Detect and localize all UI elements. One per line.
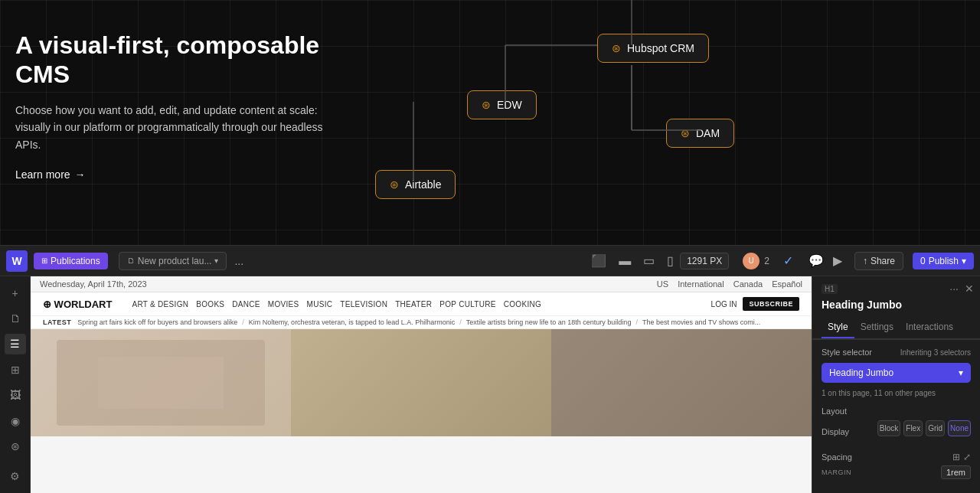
- ticker-items: Spring art fairs kick off for buyers and…: [77, 318, 799, 326]
- layout-section: Layout Display Block Flex Grid None: [822, 406, 971, 442]
- integration-diagram: ⊛ Hubspot CRM ⊛ EDW ⊛ DAM ⊛ Airtable: [337, 0, 980, 245]
- ticker-item-1: Spring art fairs kick off for buyers and…: [77, 318, 237, 326]
- spacing-chain-icon[interactable]: ⊞: [952, 452, 960, 462]
- spacing-row: Spacing ⊞ ⤢: [822, 452, 971, 462]
- nav-pop-culture[interactable]: POP CULTURE: [439, 300, 496, 309]
- featured-image-2: [291, 329, 551, 436]
- panel-header: H1 Heading Jumbo ··· ✕ Style Settings In…: [812, 276, 980, 340]
- styles-icon[interactable]: ◉: [5, 410, 26, 431]
- avatar-1: U: [741, 251, 761, 271]
- element-tag-label: H1: [822, 284, 971, 294]
- editor-section: W ⊞ Publications 🗋 New product lau... ▾ …: [0, 245, 980, 493]
- nav-login[interactable]: LOG IN: [711, 300, 737, 309]
- layout-options: Block Flex Grid None: [877, 420, 971, 436]
- display-row: Display Block Flex Grid None: [822, 420, 971, 442]
- ticker-label: LATEST: [43, 318, 71, 326]
- check-icon[interactable]: ✓: [780, 252, 796, 269]
- content-preview: Wednesday, April 17th, 2023 US Internati…: [31, 276, 812, 493]
- style-selector-dropdown[interactable]: Heading Jumbo ▾: [822, 363, 971, 383]
- assets-icon[interactable]: 🖼: [5, 385, 26, 406]
- right-panel: H1 Heading Jumbo ··· ✕ Style Settings In…: [812, 276, 980, 493]
- site-logo: ⊕ WORLDART: [43, 299, 112, 310]
- selector-info: 1 on this page, 11 on other pages: [822, 389, 971, 397]
- pages-icon[interactable]: 🗋: [5, 308, 26, 328]
- news-ticker: LATEST Spring art fairs kick off for buy…: [31, 316, 812, 329]
- spacing-section: Spacing ⊞ ⤢ MARGIN 1rem: [822, 452, 971, 479]
- margin-row: MARGIN 1rem: [822, 465, 971, 479]
- nav-dance[interactable]: DANCE: [232, 300, 260, 309]
- lang-us[interactable]: US: [657, 279, 668, 289]
- arrow-icon: →: [75, 168, 86, 181]
- site-navigation: ART & DESIGN BOOKS DANCE MOVIES MUSIC TE…: [132, 300, 698, 309]
- nav-television[interactable]: TELEVISION: [340, 300, 387, 309]
- publish-button[interactable]: 0 Publish ▾: [913, 253, 974, 269]
- settings-icon[interactable]: ⚙: [5, 466, 26, 487]
- toolbar-view-icons: ⬛ ▬ ▭ ▯: [588, 252, 677, 269]
- lang-espanol[interactable]: Español: [772, 279, 802, 289]
- tab-style[interactable]: Style: [822, 317, 854, 338]
- px-display: 1291 PX: [680, 253, 729, 269]
- display-label: Display: [822, 427, 849, 436]
- layers-icon[interactable]: ☰: [5, 334, 26, 354]
- style-selector-label: Style selector: [822, 348, 872, 357]
- site-date: Wednesday, April 17th, 2023: [40, 279, 147, 289]
- hero-content: A visual-first, composable CMS Choose ho…: [15, 31, 337, 181]
- connector-lines: [337, 0, 980, 245]
- comment-icon[interactable]: 💬: [805, 252, 827, 269]
- nav-theater[interactable]: THEATER: [395, 300, 432, 309]
- desktop-view-icon[interactable]: ⬛: [588, 252, 609, 269]
- mobile-portrait-icon[interactable]: ▯: [664, 252, 677, 269]
- cms-icon[interactable]: ⊛: [5, 436, 26, 456]
- dropdown-chevron-icon: ▾: [959, 367, 963, 378]
- share-button[interactable]: ↑ Share: [854, 252, 903, 270]
- featured-images: [31, 329, 812, 436]
- element-title: Heading Jumbo: [822, 299, 971, 311]
- tab-interactions[interactable]: Interactions: [900, 317, 959, 338]
- site-header-bar: Wednesday, April 17th, 2023 US Internati…: [31, 276, 812, 292]
- layout-label: Layout: [822, 406, 971, 416]
- element-close-icon[interactable]: ✕: [965, 282, 974, 295]
- editor-toolbar: W ⊞ Publications 🗋 New product lau... ▾ …: [0, 246, 980, 276]
- mobile-landscape-icon[interactable]: ▭: [640, 252, 658, 269]
- new-product-tab[interactable]: 🗋 New product lau... ▾: [119, 252, 227, 270]
- ticker-item-3: Textile artists bring new life to an 18t…: [466, 318, 632, 326]
- spacing-label: Spacing: [822, 452, 852, 462]
- featured-image-3: [551, 329, 812, 436]
- nav-cooking[interactable]: COOKING: [504, 300, 541, 309]
- tab-settings[interactable]: Settings: [854, 317, 900, 338]
- hero-section: A visual-first, composable CMS Choose ho…: [0, 0, 980, 245]
- margin-label: MARGIN: [822, 469, 851, 476]
- left-sidebar: + 🗋 ☰ ⊞ 🖼 ◉ ⊛ ⚙: [0, 276, 31, 493]
- nav-art-design[interactable]: ART & DESIGN: [132, 300, 188, 309]
- chevron-down-icon-publish: ▾: [962, 256, 966, 266]
- lang-canada[interactable]: Canada: [733, 279, 763, 289]
- play-icon[interactable]: ▶: [830, 252, 845, 269]
- layout-none-btn[interactable]: None: [948, 420, 971, 436]
- nav-books[interactable]: BOOKS: [196, 300, 224, 309]
- margin-value[interactable]: 1rem: [941, 465, 971, 479]
- hero-learn-more-link[interactable]: Learn more →: [15, 168, 337, 181]
- site-nav: ⊕ WORLDART ART & DESIGN BOOKS DANCE MOVI…: [31, 292, 812, 316]
- site-languages: US International Canada Español: [657, 279, 802, 289]
- layout-flex-btn[interactable]: Flex: [903, 420, 923, 436]
- nav-music[interactable]: MUSIC: [307, 300, 333, 309]
- spacing-expand-icon[interactable]: ⤢: [963, 452, 971, 462]
- components-icon[interactable]: ⊞: [5, 359, 26, 380]
- nav-movies[interactable]: MOVIES: [268, 300, 299, 309]
- hero-title: A visual-first, composable CMS: [15, 31, 337, 90]
- layout-block-btn[interactable]: Block: [877, 420, 900, 436]
- ticker-item-4: The best movies and TV shows comi...: [642, 318, 760, 326]
- webflow-logo[interactable]: W: [6, 250, 28, 272]
- layout-grid-btn[interactable]: Grid: [926, 420, 945, 436]
- nav-subscribe-button[interactable]: SUBSCRIBE: [743, 297, 799, 311]
- more-button[interactable]: ...: [230, 255, 248, 267]
- style-selector-section: Style selector Inheriting 3 selectors He…: [822, 348, 971, 397]
- element-more-button[interactable]: ···: [949, 282, 959, 295]
- inherit-label: Inheriting 3 selectors: [900, 348, 971, 357]
- add-icon[interactable]: +: [5, 282, 26, 303]
- tablet-view-icon[interactable]: ▬: [616, 253, 634, 269]
- featured-image-1: [31, 329, 291, 436]
- lang-intl[interactable]: International: [678, 279, 724, 289]
- spacing-controls: ⊞ ⤢: [952, 452, 971, 462]
- publications-tab[interactable]: ⊞ Publications: [34, 253, 108, 269]
